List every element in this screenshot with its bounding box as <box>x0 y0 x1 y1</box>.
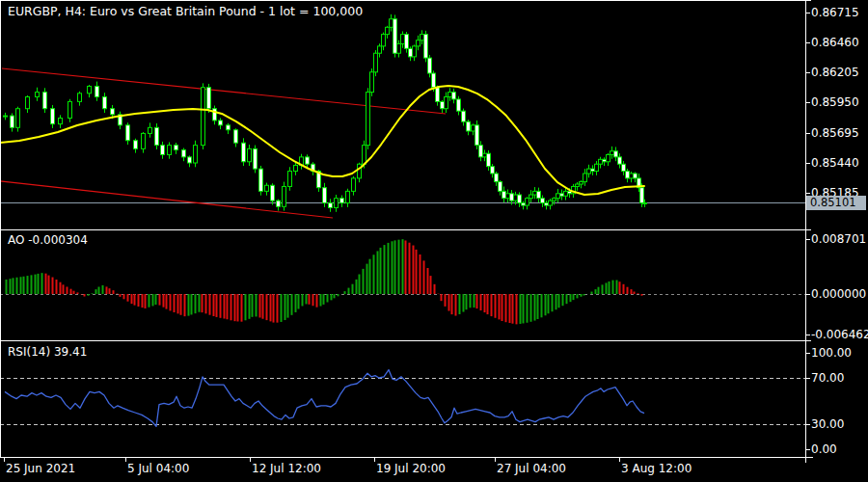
price-axis-label: 0.85695 <box>811 126 859 140</box>
time-axis-label: 12 Jul 12:00 <box>252 462 321 475</box>
price-axis-label: 0.86460 <box>811 36 859 49</box>
price-axis-label: 0.85950 <box>811 95 859 109</box>
rsi-axis-label: 0.00 <box>811 442 837 456</box>
price-axis-label: 0.86205 <box>811 66 859 79</box>
bid-price-tag: 0.85101 <box>806 196 866 210</box>
rsi-axis-label: 30.00 <box>811 417 844 431</box>
ao-indicator-panel[interactable] <box>0 229 805 340</box>
time-axis-label: 25 Jun 2021 <box>6 462 75 475</box>
chart-title: EURGBP, H4: Euro vs Great Britain Pound … <box>8 4 363 18</box>
rsi-axis-label: 70.00 <box>811 371 844 385</box>
ao-axis-label: 0.000000 <box>811 287 866 301</box>
rsi-indicator-panel[interactable] <box>0 340 805 457</box>
time-axis-label: 19 Jul 20:00 <box>376 462 446 475</box>
chart-window: EURGBP, H4: Euro vs Great Britain Pound … <box>0 0 868 482</box>
ao-axis-label: 0.008701 <box>811 232 866 246</box>
rsi-axis-label: 100.00 <box>811 346 852 360</box>
time-axis-label: 3 Aug 12:00 <box>621 462 692 475</box>
price-axis-label: 0.85440 <box>811 156 859 170</box>
ao-axis-label: -0.006462 <box>811 328 868 341</box>
rsi-indicator-label: RSI(14) 39.41 <box>8 345 87 359</box>
price-axis-label: 0.86715 <box>811 6 859 19</box>
main-chart-panel[interactable] <box>0 0 805 229</box>
ao-indicator-label: AO -0.000304 <box>8 233 88 247</box>
time-axis-label: 5 Jul 04:00 <box>127 462 189 475</box>
time-axis-label: 27 Jul 04:00 <box>497 462 566 475</box>
